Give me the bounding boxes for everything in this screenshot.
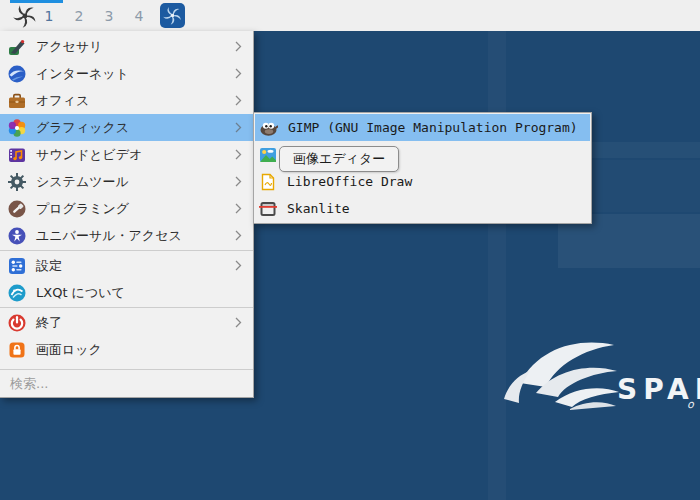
menu-button-indicator [10, 0, 38, 3]
chevron-right-icon [235, 122, 242, 133]
chevron-right-icon [235, 95, 242, 106]
gear-icon [7, 172, 27, 192]
menu-gap [0, 363, 253, 368]
universal-access-icon [7, 226, 27, 246]
libreoffice-draw-icon [259, 173, 277, 191]
accessories-icon [7, 37, 27, 57]
chevron-right-icon [235, 260, 242, 271]
chevron-right-icon [235, 203, 242, 214]
sparky-desktop-logo: SPAR o [500, 335, 700, 425]
skanlite-scanner-icon [259, 200, 277, 218]
menu-item-settings[interactable]: 設定 [0, 252, 253, 279]
menu-item-label: システムツール [36, 173, 129, 191]
menu-item-label: インターネット [36, 65, 129, 83]
menu-item-label: ユニバーサル・アクセス [36, 227, 182, 245]
office-icon [7, 91, 27, 111]
menu-item-label: プログラミング [36, 200, 129, 218]
submenu-item-label: LibreOffice Draw [287, 174, 412, 189]
menu-item-graphics[interactable]: グラフィックス [0, 114, 253, 141]
chevron-right-icon [235, 230, 242, 241]
power-icon [7, 313, 27, 333]
internet-icon [7, 64, 27, 84]
tooltip: 画像エディター [279, 146, 399, 172]
graphics-icon [7, 118, 27, 138]
tooltip-text: 画像エディター [293, 151, 385, 166]
lxqt-logo-icon [7, 283, 27, 303]
menu-item-office[interactable]: オフィス [0, 87, 253, 114]
image-viewer-icon [259, 146, 277, 164]
menu-separator [0, 250, 253, 251]
gimp-wilber-icon [260, 119, 278, 137]
taskbar-sparky-app[interactable] [160, 3, 185, 28]
wallpaper-band [488, 31, 506, 500]
chevron-right-icon [235, 176, 242, 187]
menu-item-label: オフィス [36, 92, 89, 110]
menu-separator [0, 369, 253, 370]
submenu-item-gimp[interactable]: GIMP (GNU Image Manipulation Program) [255, 114, 590, 141]
top-panel: 1 2 3 4 [0, 0, 700, 31]
menu-item-label: グラフィックス [36, 119, 129, 137]
submenu-item-label: Skanlite [287, 201, 350, 216]
workspace-1-indicator [38, 0, 63, 3]
workspace-button-3[interactable]: 3 [94, 5, 124, 27]
submenu-item-skanlite[interactable]: Skanlite [254, 195, 591, 222]
chevron-right-icon [235, 41, 242, 52]
lock-icon [7, 340, 27, 360]
menu-item-label: 終了 [36, 314, 62, 332]
workspace-pager: 1 2 3 4 [34, 5, 154, 27]
menu-item-programming[interactable]: プログラミング [0, 195, 253, 222]
menu-separator [0, 307, 253, 308]
menu-item-label: サウンドとビデオ [36, 146, 142, 164]
menu-item-sound-video[interactable]: サウンドとビデオ [0, 141, 253, 168]
menu-item-internet[interactable]: インターネット [0, 60, 253, 87]
application-menu: アクセサリ インターネット オフィス グラフィッ [0, 31, 254, 398]
menu-search-input[interactable]: 検索... [0, 371, 253, 397]
sparky-wing-icon [500, 335, 625, 415]
menu-item-universal-access[interactable]: ユニバーサル・アクセス [0, 222, 253, 249]
chevron-right-icon [235, 149, 242, 160]
submenu-item-libreoffice-draw[interactable]: LibreOffice Draw [254, 168, 591, 195]
workspace-button-1[interactable]: 1 [34, 5, 64, 27]
menu-item-accessories[interactable]: アクセサリ [0, 33, 253, 60]
submenu-item-label: GIMP (GNU Image Manipulation Program) [288, 120, 578, 135]
menu-item-lock-screen[interactable]: 画面ロック [0, 336, 253, 363]
search-placeholder: 検索... [10, 375, 48, 393]
chevron-right-icon [235, 317, 242, 328]
brand-tagline: o [687, 398, 694, 411]
menu-item-system-tools[interactable]: システムツール [0, 168, 253, 195]
menu-item-label: アクセサリ [36, 38, 103, 56]
menu-item-label: 設定 [36, 257, 62, 275]
workspace-button-2[interactable]: 2 [64, 5, 94, 27]
settings-icon [7, 256, 27, 276]
menu-item-label: 画面ロック [36, 341, 102, 359]
programming-icon [7, 199, 27, 219]
menu-item-leave[interactable]: 終了 [0, 309, 253, 336]
sparky-app-icon [163, 6, 182, 25]
workspace-button-4[interactable]: 4 [124, 5, 154, 27]
menu-item-about-lxqt[interactable]: LXQt について [0, 279, 253, 306]
chevron-right-icon [235, 68, 242, 79]
sound-video-icon [7, 145, 27, 165]
menu-item-label: LXQt について [36, 284, 125, 302]
